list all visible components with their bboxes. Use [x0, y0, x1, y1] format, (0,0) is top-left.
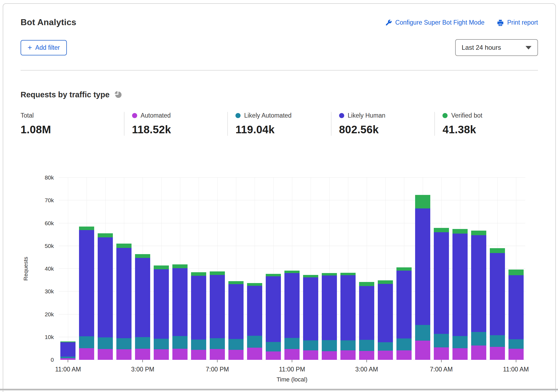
bar-2-00-am[interactable]: [339, 273, 357, 360]
segment-automated: [266, 351, 281, 360]
segment-automated: [359, 351, 374, 360]
segment-likely-automated: [210, 338, 225, 349]
x-tick: [366, 360, 367, 362]
bar-11-00-am[interactable]: [59, 341, 77, 360]
bar-9-00-am[interactable]: [469, 231, 488, 360]
segment-likely-human: [135, 258, 150, 337]
bar-1-00-am[interactable]: [320, 273, 339, 360]
segment-verified-bot: [116, 244, 132, 248]
bar-5-00-pm[interactable]: [171, 264, 189, 360]
segment-verified-bot: [452, 229, 468, 234]
x-tick: [292, 360, 292, 362]
segment-likely-automated: [452, 336, 468, 348]
bar-12-00-pm[interactable]: [77, 227, 96, 360]
bar-4-00-am[interactable]: [376, 280, 395, 360]
segment-likely-human: [172, 268, 188, 336]
y-axis-title: Requests: [22, 257, 29, 281]
segment-automated: [490, 347, 505, 360]
add-filter-button[interactable]: + Add filter: [21, 40, 67, 55]
segment-verified-bot: [415, 195, 430, 208]
configure-super-bot-fight-mode-link[interactable]: Configure Super Bot Fight Mode: [385, 19, 484, 26]
x-tick-label: 7:00 AM: [417, 366, 466, 373]
segment-likely-human: [60, 342, 76, 357]
likely-automated-legend-dot: [235, 113, 241, 118]
bar-7-00-pm[interactable]: [208, 271, 227, 360]
bar-4-00-pm[interactable]: [152, 265, 171, 360]
bar-8-00-pm[interactable]: [227, 281, 245, 360]
segment-automated: [340, 350, 356, 360]
bar-12-00-am[interactable]: [301, 275, 320, 360]
segment-verified-bot: [172, 264, 188, 268]
bar-10-00-pm[interactable]: [264, 274, 283, 360]
segment-likely-automated: [191, 340, 206, 350]
bar-6-00-pm[interactable]: [189, 272, 208, 360]
segment-automated: [434, 347, 449, 360]
stat-likely-automated-value: 119.04k: [235, 124, 326, 136]
bar-11-00-pm[interactable]: [283, 271, 301, 360]
segment-likely-human: [303, 277, 318, 340]
bar-3-00-pm[interactable]: [133, 254, 152, 360]
pie-chart-icon: [114, 90, 122, 99]
stat-verified-bot-value: 41.38k: [442, 124, 533, 136]
segment-likely-automated: [266, 342, 281, 351]
y-tick-label: 20k: [32, 311, 54, 318]
segment-verified-bot: [191, 272, 206, 276]
add-filter-label: Add filter: [35, 44, 60, 51]
y-tick-label: 80k: [32, 174, 54, 181]
bar-10-00-am[interactable]: [488, 248, 507, 360]
segment-automated: [415, 341, 430, 360]
bar-1-00-pm[interactable]: [96, 233, 115, 360]
segment-automated: [135, 349, 150, 360]
segment-verified-bot: [434, 228, 449, 232]
segment-automated: [471, 346, 486, 360]
segment-automated: [247, 348, 262, 360]
segment-likely-human: [452, 234, 468, 336]
x-tick: [217, 360, 218, 362]
bar-3-00-am[interactable]: [357, 282, 376, 360]
segment-verified-bot: [340, 273, 356, 275]
bar-8-00-am[interactable]: [451, 229, 469, 360]
bar-6-00-am[interactable]: [413, 195, 432, 360]
bar-2-00-pm[interactable]: [115, 244, 133, 360]
segment-likely-human: [79, 230, 94, 336]
y-tick-label: 50k: [32, 243, 54, 249]
segment-verified-bot: [135, 254, 150, 258]
verified-bot-legend-dot: [442, 113, 448, 118]
segment-verified-bot: [228, 281, 244, 284]
segment-verified-bot: [471, 231, 486, 235]
stat-total-value: 1.08M: [21, 124, 119, 136]
segment-likely-automated: [98, 337, 113, 349]
segment-likely-automated: [228, 339, 244, 350]
stat-automated-label: Automated: [141, 112, 171, 119]
y-tick-label: 70k: [32, 197, 54, 204]
time-range-select[interactable]: Last 24 hours: [455, 39, 538, 56]
x-tick: [441, 360, 442, 362]
segment-verified-bot: [378, 280, 393, 284]
segment-verified-bot: [154, 265, 169, 269]
print-report-link[interactable]: Print report: [497, 19, 538, 26]
segment-verified-bot: [303, 275, 318, 277]
likely-human-legend-dot: [339, 113, 344, 118]
stat-likely-human: Likely Human 802.56k: [331, 112, 435, 136]
segment-automated: [79, 348, 94, 360]
segment-likely-human: [154, 269, 169, 339]
segment-likely-human: [284, 273, 300, 338]
segment-likely-automated: [471, 332, 486, 346]
segment-likely-human: [322, 275, 337, 340]
segment-likely-automated: [322, 340, 337, 351]
stats-row: Total 1.08M Automated 118.52k Likely Aut…: [21, 112, 538, 136]
segment-verified-bot: [79, 227, 94, 230]
segment-automated: [303, 350, 318, 360]
bar-9-00-pm[interactable]: [245, 283, 264, 360]
segment-likely-automated: [340, 340, 356, 350]
x-tick: [68, 360, 68, 362]
y-tick-label: 30k: [32, 288, 54, 295]
segment-likely-human: [434, 232, 449, 334]
bar-5-00-am[interactable]: [395, 267, 413, 360]
bar-11-00-am[interactable]: [507, 270, 525, 360]
requests-stacked-bar-chart: Requests Time (local) 010k20k30k40k50k60…: [59, 178, 525, 360]
print-link-label: Print report: [507, 19, 538, 26]
bar-7-00-am[interactable]: [432, 228, 451, 360]
segment-automated: [322, 351, 337, 360]
segment-automated: [210, 349, 225, 360]
